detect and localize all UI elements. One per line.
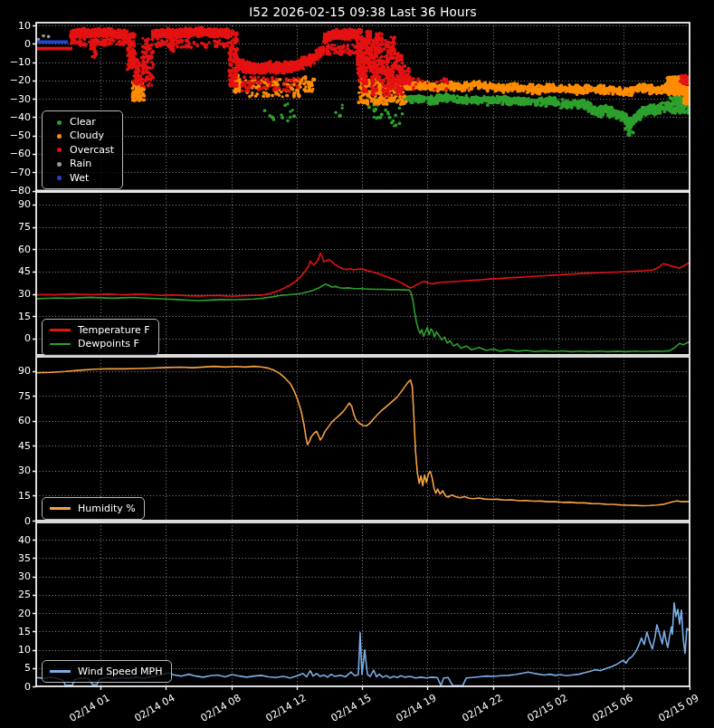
- y-tick-label: −10: [0, 56, 31, 68]
- y-tick-label: 0: [0, 38, 31, 50]
- y-tick-label: 40: [0, 534, 31, 546]
- weather-dashboard: I52 2026-02-15 09:38 Last 36 Hours 100−1…: [0, 0, 714, 728]
- legend-label: Clear: [70, 115, 96, 129]
- legend-item-wet: Wet: [48, 171, 114, 185]
- y-tick-label: 75: [0, 390, 31, 402]
- y-tick-label: 60: [0, 415, 31, 426]
- legend-item-overcast: Overcast: [48, 143, 114, 157]
- legend-temperature-dewpoint: Temperature F Dewpoints F: [42, 319, 159, 356]
- y-tick-label: −80: [0, 185, 31, 196]
- humidity-line-icon: [50, 507, 71, 510]
- y-tick-label: 0: [0, 681, 31, 693]
- legend-item-humidity: Humidity %: [48, 502, 136, 515]
- legend-label: Overcast: [70, 143, 114, 157]
- y-tick-label: 10: [0, 20, 31, 32]
- legend-item-rain: Rain: [48, 157, 114, 170]
- y-tick-label: 75: [0, 221, 31, 233]
- y-tick-label: −20: [0, 74, 31, 86]
- legend-humidity: Humidity %: [42, 497, 145, 520]
- legend-label: Rain: [70, 157, 91, 170]
- y-tick-label: 5: [0, 662, 31, 674]
- legend-item-dewpoint: Dewpoints F: [48, 337, 150, 350]
- wet-marker-icon: [57, 176, 62, 180]
- legend-sky-conditions: Clear Cloudy Overcast Rain Wet: [42, 110, 123, 189]
- y-tick-label: 35: [0, 552, 31, 564]
- dewpoint-line-icon: [50, 343, 71, 346]
- legend-item-cloudy: Cloudy: [48, 129, 114, 142]
- wind-line-icon: [50, 670, 71, 673]
- clear-marker-icon: [57, 120, 62, 125]
- legend-label: Temperature F: [78, 323, 150, 337]
- y-tick-label: 25: [0, 589, 31, 600]
- y-tick-label: 30: [0, 288, 31, 300]
- overcast-marker-icon: [57, 148, 62, 152]
- cloudy-marker-icon: [57, 134, 62, 139]
- y-tick-label: 90: [0, 365, 31, 377]
- y-tick-label: 90: [0, 198, 31, 210]
- chart-title: I52 2026-02-15 09:38 Last 36 Hours: [36, 5, 690, 19]
- legend-label: Humidity %: [78, 502, 136, 515]
- legend-label: Dewpoints F: [78, 337, 139, 350]
- y-tick-label: 45: [0, 265, 31, 277]
- y-tick-label: 10: [0, 644, 31, 656]
- y-tick-label: 45: [0, 440, 31, 452]
- y-tick-label: 15: [0, 626, 31, 637]
- y-tick-label: −50: [0, 129, 31, 141]
- y-tick-label: 20: [0, 608, 31, 619]
- legend-label: Wet: [70, 171, 89, 185]
- y-tick-label: 15: [0, 490, 31, 502]
- y-tick-label: −40: [0, 111, 31, 123]
- legend-wind-speed: Wind Speed MPH: [42, 660, 172, 683]
- y-tick-label: 0: [0, 515, 31, 527]
- y-tick-label: 30: [0, 570, 31, 582]
- y-tick-label: 60: [0, 244, 31, 255]
- legend-item-temperature: Temperature F: [48, 323, 150, 337]
- y-tick-label: −70: [0, 167, 31, 178]
- legend-item-wind: Wind Speed MPH: [48, 665, 163, 678]
- y-tick-label: 0: [0, 332, 31, 344]
- y-tick-label: 30: [0, 465, 31, 476]
- legend-label: Cloudy: [70, 129, 104, 142]
- y-tick-label: 15: [0, 311, 31, 322]
- temperature-line-icon: [50, 329, 71, 331]
- legend-item-clear: Clear: [48, 115, 114, 129]
- chart-canvas: [0, 0, 714, 728]
- legend-label: Wind Speed MPH: [78, 665, 163, 678]
- y-tick-label: −60: [0, 148, 31, 159]
- rain-marker-icon: [57, 162, 62, 167]
- y-tick-label: −30: [0, 93, 31, 105]
